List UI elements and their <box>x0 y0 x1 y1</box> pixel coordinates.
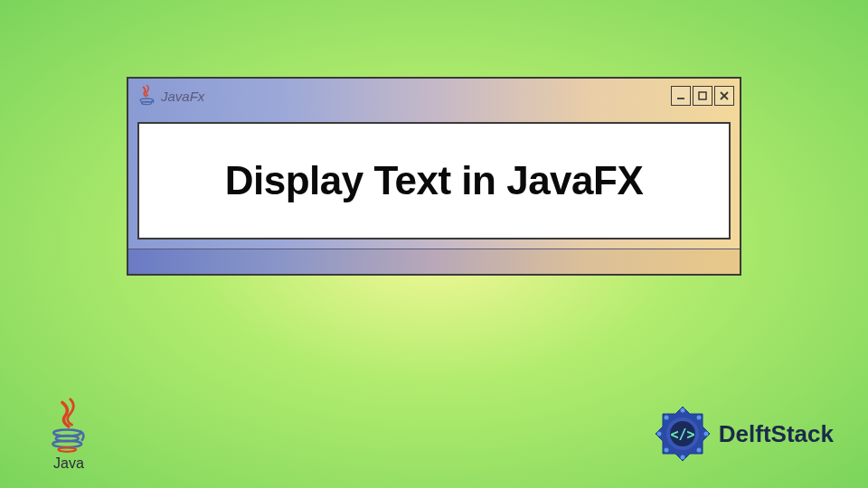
java-logo: Java <box>43 398 94 472</box>
delftstack-icon: </> <box>652 403 713 465</box>
javafx-window: JavaFx Display Text in JavaFX <box>127 77 741 276</box>
svg-point-19 <box>664 448 668 453</box>
minimize-button[interactable] <box>671 86 691 106</box>
svg-point-18 <box>680 455 684 460</box>
java-cup-icon <box>43 398 94 454</box>
main-heading: Display Text in JavaFX <box>157 158 711 203</box>
window-content: Display Text in JavaFX <box>128 113 740 249</box>
svg-point-15 <box>696 416 701 420</box>
maximize-button[interactable] <box>693 86 712 106</box>
brand-name: DelftStack <box>719 420 834 448</box>
svg-point-17 <box>696 448 701 453</box>
svg-point-21 <box>664 416 668 420</box>
java-label: Java <box>53 455 84 472</box>
delftstack-brand: </> DelftStack <box>652 403 834 465</box>
svg-rect-3 <box>699 92 706 99</box>
svg-text:</>: </> <box>670 427 694 443</box>
close-button[interactable] <box>714 86 734 106</box>
svg-point-8 <box>52 441 81 447</box>
svg-point-16 <box>703 432 708 436</box>
svg-point-1 <box>142 101 152 104</box>
text-panel: Display Text in JavaFX <box>137 122 731 239</box>
minimize-icon <box>675 90 686 101</box>
java-icon <box>137 84 156 108</box>
svg-point-9 <box>58 447 75 451</box>
titlebar-left: JavaFx <box>137 84 204 108</box>
titlebar: JavaFx <box>128 79 740 113</box>
window-controls <box>671 86 734 106</box>
status-bar <box>128 249 740 274</box>
close-icon <box>719 90 730 101</box>
svg-point-20 <box>656 432 661 436</box>
maximize-icon <box>697 90 708 101</box>
svg-point-14 <box>680 408 684 413</box>
window-title: JavaFx <box>161 89 204 104</box>
